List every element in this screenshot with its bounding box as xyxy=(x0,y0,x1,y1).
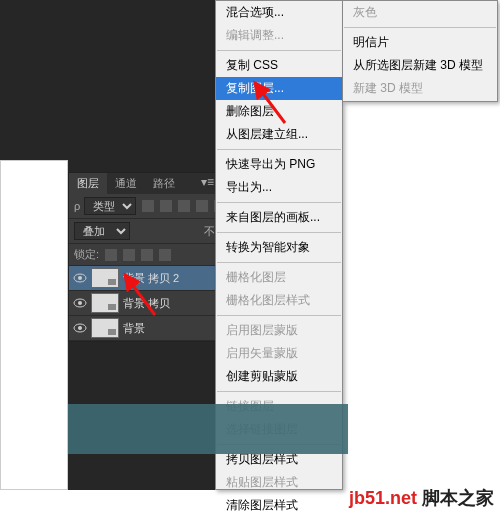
menu-item[interactable]: 删除图层 xyxy=(216,100,342,123)
tab-paths[interactable]: 路径 xyxy=(145,173,183,194)
menu-item: 启用图层蒙版 xyxy=(216,319,342,342)
menu-item: 灰色 xyxy=(343,1,497,24)
filter-adjust-icon[interactable] xyxy=(160,200,172,212)
menu-item[interactable]: 从图层建立组... xyxy=(216,123,342,146)
menu-item: 粘贴图层样式 xyxy=(216,471,342,494)
opacity-label: 不 xyxy=(204,224,215,239)
menu-separator xyxy=(217,149,341,150)
lock-label: 锁定: xyxy=(74,247,99,262)
lock-transparent-icon[interactable] xyxy=(105,249,117,261)
filter-text-icon[interactable] xyxy=(178,200,190,212)
svg-point-1 xyxy=(78,276,82,280)
layer-name-label: 背景 拷贝 xyxy=(123,296,170,311)
visibility-eye-icon[interactable] xyxy=(73,273,87,283)
visibility-eye-icon[interactable] xyxy=(73,298,87,308)
watermark: jb51.net 脚本之家 xyxy=(349,486,494,510)
filter-pixel-icon[interactable] xyxy=(142,200,154,212)
layer-name-label: 背景 拷贝 2 xyxy=(123,271,179,286)
menu-item[interactable]: 复制图层... xyxy=(216,77,342,100)
menu-separator xyxy=(217,315,341,316)
menu-item[interactable]: 快速导出为 PNG xyxy=(216,153,342,176)
panel-tabs: 图层 通道 路径 ▾≡ xyxy=(69,173,220,194)
tab-channels[interactable]: 通道 xyxy=(107,173,145,194)
layers-panel: 图层 通道 路径 ▾≡ ρ 类型 叠加 不 锁定: 背景 拷贝 2背景 拷贝背景 xyxy=(68,172,221,342)
menu-item[interactable]: 来自图层的画板... xyxy=(216,206,342,229)
menu-item[interactable]: 清除图层样式 xyxy=(216,494,342,514)
menu-separator xyxy=(217,262,341,263)
watermark-domain: jb51.net xyxy=(349,488,417,508)
menu-item: 栅格化图层样式 xyxy=(216,289,342,312)
menu-item: 编辑调整... xyxy=(216,24,342,47)
lock-position-icon[interactable] xyxy=(141,249,153,261)
layer-thumbnail[interactable] xyxy=(91,293,119,313)
menu-separator xyxy=(217,232,341,233)
menu-item[interactable]: 明信片 xyxy=(343,31,497,54)
lock-image-icon[interactable] xyxy=(123,249,135,261)
watermark-site: 脚本之家 xyxy=(422,488,494,508)
filter-icons xyxy=(142,200,226,212)
document-canvas[interactable] xyxy=(0,160,68,490)
menu-separator xyxy=(217,391,341,392)
menu-separator xyxy=(344,27,496,28)
menu-item: 新建 3D 模型 xyxy=(343,77,497,100)
menu-item: 栅格化图层 xyxy=(216,266,342,289)
menu-separator xyxy=(217,202,341,203)
menu-item[interactable]: 复制 CSS xyxy=(216,54,342,77)
menu-item: 启用矢量蒙版 xyxy=(216,342,342,365)
layer-list: 背景 拷贝 2背景 拷贝背景 xyxy=(69,266,220,341)
context-submenu: 灰色明信片从所选图层新建 3D 模型新建 3D 模型 xyxy=(343,0,498,102)
lock-all-icon[interactable] xyxy=(159,249,171,261)
tab-layers[interactable]: 图层 xyxy=(69,173,107,194)
layer-thumbnail[interactable] xyxy=(91,318,119,338)
menu-item[interactable]: 创建剪贴蒙版 xyxy=(216,365,342,388)
menu-item[interactable]: 转换为智能对象 xyxy=(216,236,342,259)
menu-item[interactable]: 导出为... xyxy=(216,176,342,199)
svg-point-3 xyxy=(78,301,82,305)
filter-kind-label: ρ xyxy=(74,200,80,212)
visibility-eye-icon[interactable] xyxy=(73,323,87,333)
layer-name-label: 背景 xyxy=(123,321,145,336)
blend-mode-select[interactable]: 叠加 xyxy=(74,222,130,240)
menu-item[interactable]: 混合选项... xyxy=(216,1,342,24)
layer-item[interactable]: 背景 xyxy=(69,316,220,341)
layer-item[interactable]: 背景 拷贝 2 xyxy=(69,266,220,291)
filter-shape-icon[interactable] xyxy=(196,200,208,212)
layer-item[interactable]: 背景 拷贝 xyxy=(69,291,220,316)
watermark-band xyxy=(68,404,348,454)
layer-thumbnail[interactable] xyxy=(91,268,119,288)
svg-point-5 xyxy=(78,326,82,330)
menu-item[interactable]: 从所选图层新建 3D 模型 xyxy=(343,54,497,77)
menu-separator xyxy=(217,50,341,51)
filter-kind-select[interactable]: 类型 xyxy=(84,197,136,215)
